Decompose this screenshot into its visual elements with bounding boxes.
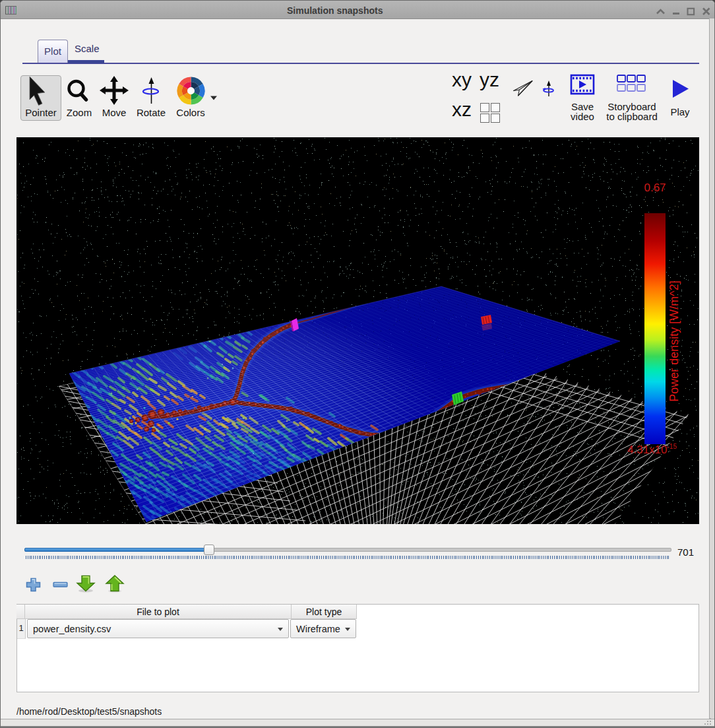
svg-text:0.67: 0.67 [644, 182, 666, 194]
svg-text:Power density [W/m^2]: Power density [W/m^2] [668, 281, 681, 402]
